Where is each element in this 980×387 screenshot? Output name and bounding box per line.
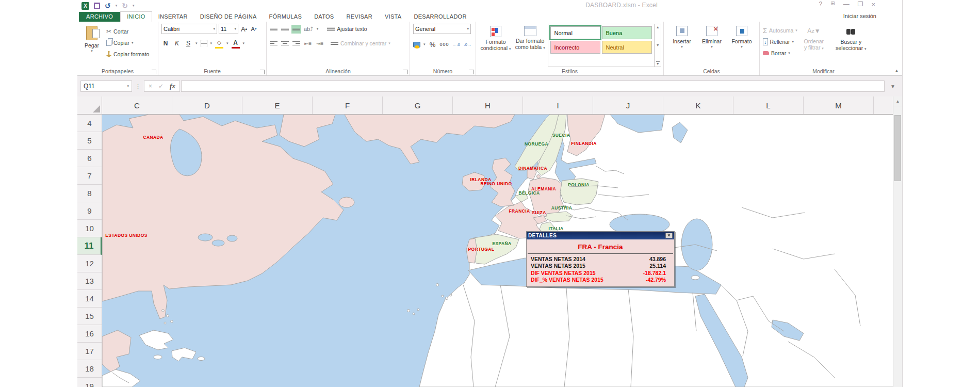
tab-vista[interactable]: VISTA — [379, 12, 407, 22]
dialog-launcher-icon[interactable] — [403, 70, 408, 74]
column-header-L[interactable]: L — [733, 96, 804, 114]
borders-icon[interactable] — [201, 40, 207, 47]
row-header-12[interactable]: 12 — [77, 255, 102, 272]
row-header-19[interactable]: 19 — [77, 378, 102, 387]
tab-revisar[interactable]: REVISAR — [340, 12, 379, 22]
row-header-14[interactable]: 14 — [77, 290, 102, 308]
gallery-down-icon[interactable]: ▼ — [656, 43, 660, 47]
column-header-H[interactable]: H — [453, 96, 523, 114]
align-right-icon[interactable] — [292, 40, 300, 47]
restore-icon[interactable]: ❐ — [858, 1, 863, 8]
bold-button[interactable]: N — [161, 38, 170, 49]
tab-datos[interactable]: DATOS — [308, 12, 340, 22]
row-header-6[interactable]: 6 — [77, 150, 102, 167]
enter-icon[interactable]: ✓ — [158, 83, 164, 90]
row-header-8[interactable]: 8 — [77, 185, 102, 202]
excel-logo-icon[interactable]: X — [81, 2, 89, 10]
name-box-caret-icon[interactable]: ▾ — [127, 84, 129, 88]
row-header-10[interactable]: 10 — [77, 220, 102, 237]
paste-button[interactable]: Pegar ▾ — [80, 24, 103, 66]
map-chart-area[interactable]: CANADÁESTADOS UNIDOSSUECIANORUEGAFINLAND… — [102, 115, 893, 387]
help-icon[interactable]: ? — [819, 1, 823, 8]
align-center-icon[interactable] — [281, 40, 289, 47]
wrap-text-button[interactable]: Ajustar texto — [327, 26, 367, 33]
row-header-11[interactable]: 11 — [77, 237, 102, 255]
tab-archivo[interactable]: ARCHIVO — [79, 12, 120, 22]
cell-style-normal[interactable]: Normal — [550, 26, 600, 39]
formula-bar-expand-icon[interactable]: ▼ — [887, 80, 899, 92]
font-size-select[interactable]: 11▾ — [219, 24, 238, 34]
undo-icon[interactable]: ↺ — [105, 2, 111, 10]
clear-button[interactable]: Borrar▾ — [763, 47, 797, 59]
name-box[interactable]: Q11▾ — [80, 80, 132, 92]
scroll-up-icon[interactable]: ▲ — [893, 96, 902, 106]
scrollbar-thumb[interactable] — [894, 115, 901, 181]
row-header-16[interactable]: 16 — [77, 325, 102, 343]
cut-button[interactable]: ✂ Cortar — [106, 26, 149, 37]
accounting-format-icon[interactable] — [413, 42, 420, 47]
row-header-9[interactable]: 9 — [77, 202, 102, 220]
align-middle-icon[interactable] — [281, 26, 289, 33]
insert-cells-button[interactable]: Insertar▾ — [667, 24, 697, 66]
row-header-18[interactable]: 18 — [77, 360, 102, 378]
autosum-button[interactable]: Σ Autosuma▾ — [763, 25, 797, 36]
cell-style-incorrecto[interactable]: Incorrecto — [550, 41, 600, 54]
comma-style-button[interactable]: 000 — [440, 39, 449, 50]
insert-function-icon[interactable]: fx — [170, 82, 175, 90]
save-icon[interactable] — [94, 2, 100, 10]
dialog-launcher-icon[interactable] — [469, 70, 474, 74]
column-header-G[interactable]: G — [383, 96, 453, 114]
collapse-ribbon-icon[interactable]: ▲ — [894, 68, 899, 73]
cell-style-neutral[interactable]: Neutral — [602, 41, 652, 54]
find-select-button[interactable]: Buscar y seleccionar ▾ — [830, 24, 872, 66]
select-all-button[interactable] — [77, 96, 102, 115]
conditional-formatting-button[interactable]: Formato condicional ▾ — [479, 24, 512, 66]
underline-button[interactable]: S — [184, 38, 192, 49]
column-header-F[interactable]: F — [313, 96, 383, 114]
column-header-K[interactable]: K — [663, 96, 733, 114]
gallery-more-icon[interactable]: ▼ — [656, 61, 660, 66]
redo-icon[interactable]: ↻ — [122, 2, 128, 10]
gallery-up-icon[interactable]: ▲ — [656, 25, 660, 29]
align-bottom-icon[interactable] — [292, 26, 300, 33]
row-header-13[interactable]: 13 — [77, 272, 102, 290]
column-header-M[interactable]: M — [804, 96, 874, 114]
column-header-J[interactable]: J — [593, 96, 663, 114]
paste-caret-icon[interactable]: ▾ — [91, 49, 93, 53]
row-header-5[interactable]: 5 — [77, 132, 102, 150]
decrease-indent-icon[interactable]: ⇤≡ — [304, 38, 312, 49]
italic-button[interactable]: K — [173, 38, 181, 49]
copy-button[interactable]: Copiar▾ — [106, 37, 149, 49]
grow-font-button[interactable]: A▴ — [240, 24, 248, 34]
minimize-icon[interactable]: — — [843, 1, 850, 8]
font-name-select[interactable]: Calibri▾ — [161, 24, 217, 34]
sort-filter-button[interactable]: AZ▼ Ordenar y filtrar ▾ — [797, 24, 830, 66]
row-header-7[interactable]: 7 — [77, 167, 102, 185]
align-left-icon[interactable] — [270, 40, 277, 47]
shrink-font-button[interactable]: A▾ — [250, 24, 258, 34]
tab-insertar[interactable]: INSERTAR — [152, 12, 194, 22]
column-header-C[interactable]: C — [102, 96, 172, 114]
orientation-icon[interactable]: ab⤴ — [304, 24, 313, 34]
column-header-I[interactable]: I — [523, 96, 593, 114]
tab-inicio[interactable]: INICIO — [120, 11, 152, 22]
popup-close-icon[interactable]: × — [665, 233, 673, 238]
number-format-select[interactable]: General▾ — [413, 24, 471, 34]
percent-style-button[interactable]: % — [429, 39, 437, 50]
format-painter-button[interactable]: Copiar formato — [106, 49, 149, 60]
format-as-table-button[interactable]: Dar formato como tabla ▾ — [512, 24, 548, 66]
dialog-launcher-icon[interactable] — [152, 70, 156, 74]
fullscreen-icon[interactable]: ⊞ — [830, 1, 835, 8]
vertical-scrollbar[interactable]: ▲ — [893, 96, 902, 387]
fill-color-icon[interactable]: ◇ — [215, 38, 223, 49]
tab-f-rmulas[interactable]: FÓRMULAS — [263, 12, 308, 22]
column-header-D[interactable]: D — [172, 96, 242, 114]
tab-desarrollador[interactable]: DESARROLLADOR — [407, 12, 472, 22]
close-icon[interactable]: × — [871, 1, 875, 8]
fill-button[interactable]: ↓ Rellenar▾ — [763, 36, 797, 47]
underline-caret-icon[interactable]: ▾ — [195, 41, 198, 45]
dialog-launcher-icon[interactable] — [260, 70, 265, 74]
column-header-E[interactable]: E — [242, 96, 313, 114]
cell-style-buena[interactable]: Buena — [602, 26, 652, 39]
popup-title-bar[interactable]: DETALLES × — [527, 232, 674, 239]
